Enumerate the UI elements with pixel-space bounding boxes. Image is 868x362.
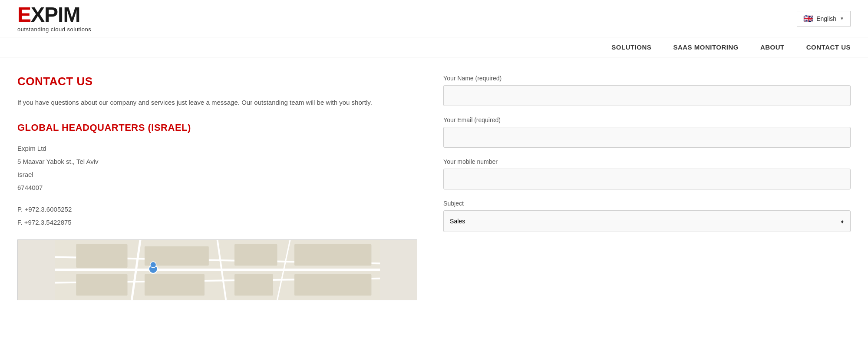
logo: EXPIM outstanding cloud solutions [17, 4, 91, 33]
email-label: Your Email (required) [443, 116, 851, 123]
logo-tagline: outstanding cloud solutions [17, 26, 91, 33]
company-name: Expim Ltd [17, 142, 417, 155]
address-block: Expim Ltd 5 Maavar Yabok st., Tel Aviv I… [17, 142, 417, 194]
mobile-group: Your mobile number [443, 158, 851, 189]
name-label: Your Name (required) [443, 75, 851, 82]
map-svg [18, 240, 417, 300]
language-selector[interactable]: 🇬🇧 English ▼ [797, 11, 851, 27]
contact-intro: If you have questions about our company … [17, 97, 417, 108]
subject-select-wrapper: Sales Support General ⬧ [443, 210, 851, 232]
main-nav: SOLUTIONS SAAS MONITORING ABOUT CONTACT … [0, 37, 868, 57]
nav-about[interactable]: ABOUT [760, 43, 785, 51]
logo-text: EXPIM [17, 4, 91, 25]
svg-rect-7 [76, 244, 127, 267]
svg-rect-11 [234, 244, 277, 265]
svg-point-17 [150, 262, 156, 268]
header-top: EXPIM outstanding cloud solutions 🇬🇧 Eng… [0, 0, 868, 37]
subject-label: Subject [443, 200, 851, 207]
svg-rect-13 [294, 244, 371, 265]
mobile-label: Your mobile number [443, 158, 851, 165]
subject-select[interactable]: Sales Support General [443, 210, 851, 232]
contact-form: Your Name (required) Your Email (require… [443, 75, 851, 300]
main-content: CONTACT US If you have questions about o… [0, 57, 868, 318]
mobile-input[interactable] [443, 169, 851, 189]
nav-saas-monitoring[interactable]: SAAS MONITORING [673, 43, 739, 51]
country: Israel [17, 168, 417, 181]
contact-us-title: CONTACT US [17, 75, 417, 88]
map-placeholder [17, 239, 417, 300]
nav-solutions[interactable]: SOLUTIONS [611, 43, 651, 51]
email-group: Your Email (required) [443, 116, 851, 148]
name-group: Your Name (required) [443, 75, 851, 106]
hq-title: GLOBAL HEADQUARTERS (ISRAEL) [17, 122, 417, 133]
chevron-down-icon: ▼ [840, 16, 844, 21]
email-input[interactable] [443, 127, 851, 148]
fax-number: F. +972.3.5422875 [17, 216, 417, 229]
subject-group: Subject Sales Support General ⬧ [443, 200, 851, 232]
name-input[interactable] [443, 85, 851, 106]
logo-e: E [17, 3, 31, 26]
svg-rect-10 [145, 274, 205, 295]
language-label: English [816, 15, 836, 22]
street-address: 5 Maavar Yabok st., Tel Aviv [17, 155, 417, 168]
svg-rect-9 [76, 274, 127, 295]
zip-code: 6744007 [17, 181, 417, 194]
flag-icon: 🇬🇧 [803, 14, 813, 23]
nav-contact-us[interactable]: CONTACT US [806, 43, 851, 51]
logo-xpim: XPIM [31, 3, 80, 26]
phone-block: P. +972.3.6005252 F. +972.3.5422875 [17, 203, 417, 229]
left-column: CONTACT US If you have questions about o… [17, 75, 417, 300]
svg-rect-12 [234, 274, 273, 295]
phone-number: P. +972.3.6005252 [17, 203, 417, 216]
svg-rect-14 [294, 274, 371, 295]
